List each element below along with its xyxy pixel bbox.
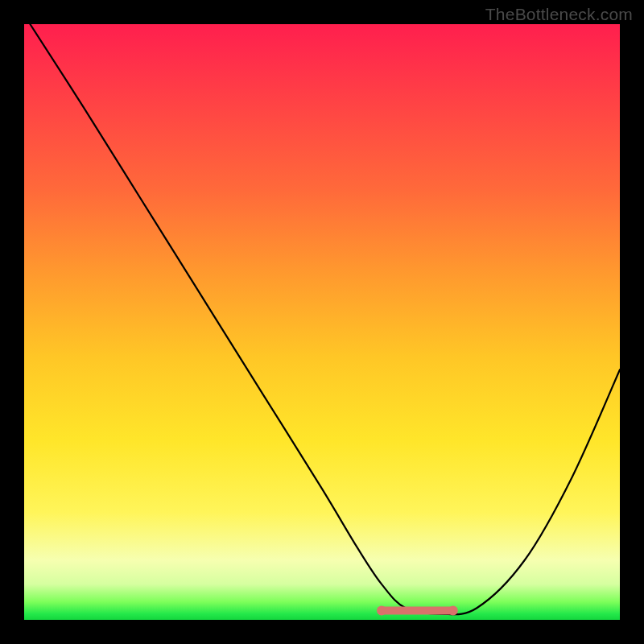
attribution-text: TheBottleneck.com [485,5,633,24]
bottleneck-curve [30,24,620,614]
optimal-range-end-dot [448,606,458,616]
plot-area [24,24,620,620]
curve-layer [24,24,620,620]
chart-frame: TheBottleneck.com [0,0,644,644]
optimal-range-start-dot [377,606,386,616]
